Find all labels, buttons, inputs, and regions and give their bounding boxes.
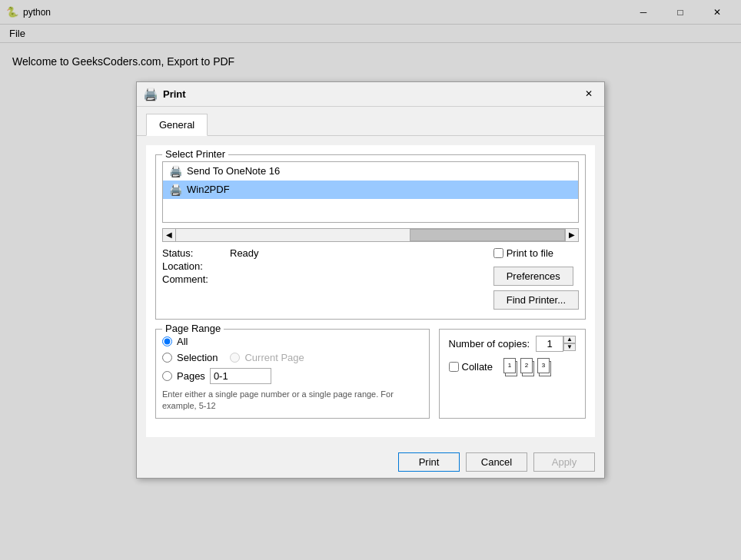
dialog-title-bar: 🖨️ Print ✕ (137, 82, 604, 107)
scroll-track[interactable] (176, 228, 565, 242)
scroll-thumb[interactable] (410, 229, 565, 241)
page-sheet-front-3: 3 (537, 358, 550, 373)
radio-all[interactable] (162, 336, 172, 346)
printer-item-win2pdf[interactable]: 🖨️ Win2PDF (163, 181, 578, 199)
cancel-button[interactable]: Cancel (466, 452, 527, 472)
status-right: Print to file Preferences Find Printer..… (493, 247, 579, 310)
status-value: Ready (230, 247, 259, 259)
radio-selection-label: Selection (177, 352, 218, 363)
print-to-file-row: Print to file (493, 247, 553, 259)
status-line: Status: Ready (162, 247, 493, 259)
scroll-left-button[interactable]: ◀ (162, 228, 176, 242)
radio-current-label: Current Page (244, 352, 304, 363)
printer-onenote-icon: 🖨️ (169, 165, 182, 177)
collate-checkbox[interactable] (449, 362, 459, 372)
page-range-group: Page Range All Selection Current Page (155, 329, 430, 419)
copies-spinner: ▲ ▼ (536, 336, 576, 352)
pages-label: Pages (177, 370, 205, 382)
print-to-file-label[interactable]: Print to file (493, 247, 553, 259)
spinner-down-button[interactable]: ▼ (563, 343, 576, 351)
printer-win2pdf-icon: 🖨️ (169, 184, 182, 196)
printer-onenote-name: Send To OneNote 16 (187, 165, 280, 177)
collate-row: Collate 2 1 2 2 2 (449, 358, 577, 376)
page-sheet-front-1: 1 (503, 358, 516, 373)
find-printer-button[interactable]: Find Printer... (493, 290, 579, 310)
dialog-footer: Print Cancel Apply (137, 446, 604, 478)
dialog-close-button[interactable]: ✕ (580, 84, 598, 103)
radio-current-row: Current Page (230, 352, 304, 363)
collate-label[interactable]: Collate (449, 361, 493, 373)
status-row: Status: Ready Location: Comment: (162, 247, 579, 310)
tab-general[interactable]: General (146, 114, 208, 136)
radio-all-label: All (177, 336, 188, 347)
copies-row: Number of copies: ▲ ▼ (449, 336, 577, 352)
status-left: Status: Ready Location: Comment: (162, 247, 493, 287)
pages-hint: Enter either a single page number or a s… (162, 389, 423, 413)
page-range-section: Page Range All Selection Current Page (155, 329, 586, 419)
preferences-button[interactable]: Preferences (493, 267, 573, 286)
comment-key: Comment: (162, 273, 224, 285)
radio-pages[interactable] (162, 371, 172, 381)
print-dialog: 🖨️ Print ✕ General Select Printer 🖨️ Sen… (136, 81, 605, 479)
dialog-body: Select Printer 🖨️ Send To OneNote 16 🖨️ … (146, 145, 595, 438)
radio-current[interactable] (230, 353, 240, 363)
tab-bar: General (137, 107, 604, 136)
status-key: Status: (162, 247, 224, 259)
page-range-label: Page Range (162, 323, 224, 334)
spinner-up-button[interactable]: ▲ (563, 336, 576, 343)
pages-row: Pages (162, 368, 423, 384)
location-line: Location: (162, 260, 493, 272)
radio-all-row: All (162, 336, 423, 347)
radio-selection-row: Selection (162, 352, 218, 363)
copies-label: Number of copies: (449, 338, 530, 350)
printer-scrollbar[interactable]: ◀ ▶ (162, 227, 579, 243)
spinner-buttons: ▲ ▼ (563, 336, 576, 351)
select-printer-label: Select Printer (162, 148, 228, 160)
copies-input[interactable] (536, 336, 563, 352)
print-button[interactable]: Print (398, 452, 460, 472)
printer-list[interactable]: 🖨️ Send To OneNote 16 🖨️ Win2PDF (162, 161, 579, 223)
page-stack-2: 2 2 (520, 358, 536, 376)
print-to-file-checkbox[interactable] (493, 248, 503, 258)
page-stack-1: 2 1 (503, 358, 519, 376)
printer-item-onenote[interactable]: 🖨️ Send To OneNote 16 (163, 162, 578, 181)
select-printer-group: Select Printer 🖨️ Send To OneNote 16 🖨️ … (155, 154, 586, 320)
modal-overlay: 🖨️ Print ✕ General Select Printer 🖨️ Sen… (0, 0, 741, 560)
print-icon: 🖨️ (143, 87, 158, 101)
location-key: Location: (162, 260, 224, 272)
page-sheet-front-2: 2 (520, 358, 533, 373)
dialog-title: Print (163, 88, 580, 100)
page-stack-3: 2 3 (537, 358, 553, 376)
printer-win2pdf-name: Win2PDF (187, 184, 230, 195)
scroll-right-button[interactable]: ▶ (565, 228, 579, 242)
apply-button[interactable]: Apply (533, 452, 595, 472)
collate-icon: 2 1 2 2 2 3 (503, 358, 553, 376)
comment-line: Comment: (162, 273, 493, 285)
copies-group: Number of copies: ▲ ▼ Collate (439, 329, 586, 419)
pages-input[interactable] (210, 368, 271, 384)
radio-selection[interactable] (162, 353, 172, 363)
